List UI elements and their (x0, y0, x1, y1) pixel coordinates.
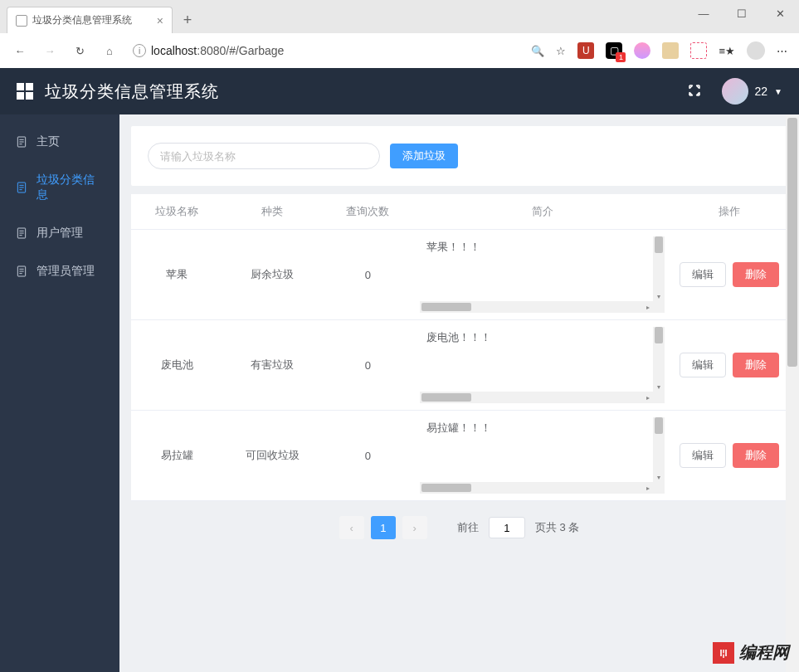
browser-tab[interactable]: 垃圾分类信息管理系统 × (7, 7, 173, 33)
goto-label: 前往 (457, 520, 479, 535)
document-icon (15, 265, 28, 278)
sidebar-item-admins[interactable]: 管理员管理 (0, 252, 119, 290)
document-icon (15, 135, 28, 149)
toolbar: 添加垃圾 (131, 126, 787, 186)
fullscreen-icon[interactable] (687, 83, 702, 100)
cell-desc: 苹果！！！▴▾◂▸ (413, 230, 670, 320)
cell-name: 易拉罐 (131, 411, 222, 501)
extension-ublock-icon[interactable]: U (577, 42, 594, 59)
cell-name: 废电池 (131, 320, 222, 411)
tab-title: 垃圾分类信息管理系统 (32, 13, 132, 27)
app-logo-icon[interactable] (17, 83, 33, 100)
new-tab-button[interactable]: + (176, 8, 199, 32)
url-box[interactable]: i localhost:8080/#/Garbage (128, 44, 524, 57)
edit-button[interactable]: 编辑 (680, 262, 726, 287)
cell-name: 苹果 (131, 230, 222, 320)
col-name: 垃圾名称 (131, 194, 222, 230)
cell-desc: 易拉罐！！！▴▾◂▸ (413, 411, 670, 501)
site-info-icon[interactable]: i (133, 44, 146, 57)
favorites-list-icon[interactable]: ≡★ (719, 45, 735, 57)
document-icon (15, 226, 28, 240)
desc-hscroll[interactable]: ◂▸ (420, 482, 652, 494)
extension-note-icon[interactable] (662, 42, 679, 59)
main-scrollbar[interactable] (786, 114, 799, 672)
extension-ghost-icon[interactable] (690, 42, 707, 59)
app-header: 垃圾分类信息管理系统 22 ▼ (0, 68, 799, 114)
sidebar-item-garbage[interactable]: 垃圾分类信息 (0, 161, 119, 214)
cell-category: 可回收垃圾 (222, 411, 322, 501)
data-table: 垃圾名称 种类 查询次数 简介 操作 苹果厨余垃圾0苹果！！！▴▾◂▸编辑删除废… (131, 194, 787, 501)
cell-ops: 编辑删除 (671, 411, 787, 501)
col-ops: 操作 (671, 194, 787, 230)
close-window-button[interactable]: ✕ (761, 0, 799, 27)
table-row: 易拉罐可回收垃圾0易拉罐！！！▴▾◂▸编辑删除 (131, 411, 787, 501)
profile-icon[interactable] (747, 41, 765, 60)
search-input[interactable] (148, 143, 380, 169)
delete-button[interactable]: 删除 (733, 353, 779, 377)
desc-vscroll[interactable]: ▴▾ (653, 236, 665, 301)
close-tab-icon[interactable]: × (157, 14, 163, 27)
forward-button[interactable]: → (38, 39, 61, 62)
cell-ops: 编辑删除 (671, 230, 787, 320)
edit-button[interactable]: 编辑 (680, 443, 726, 468)
window-controls: — ☐ ✕ (685, 0, 799, 27)
table-row: 废电池有害垃圾0废电池！！！▴▾◂▸编辑删除 (131, 320, 787, 411)
desc-hscroll[interactable]: ◂▸ (420, 301, 652, 313)
search-in-page-icon[interactable]: 🔍 (531, 45, 544, 57)
col-desc: 简介 (413, 194, 670, 230)
add-button[interactable]: 添加垃圾 (390, 144, 458, 168)
table-row: 苹果厨余垃圾0苹果！！！▴▾◂▸编辑删除 (131, 230, 787, 320)
desc-vscroll[interactable]: ▴▾ (653, 417, 665, 482)
pagination: ‹ 1 › 前往 页共 3 条 (131, 501, 787, 548)
watermark: I¦I 编程网 (713, 641, 789, 664)
chevron-down-icon: ▼ (774, 87, 782, 96)
edit-button[interactable]: 编辑 (680, 353, 726, 377)
cell-category: 厨余垃圾 (222, 230, 322, 320)
col-category: 种类 (222, 194, 322, 230)
col-count: 查询次数 (322, 194, 413, 230)
back-button[interactable]: ← (8, 39, 32, 62)
next-page-button[interactable]: › (402, 516, 427, 539)
desc-vscroll[interactable]: ▴▾ (653, 327, 665, 392)
browser-chrome: 垃圾分类信息管理系统 × + — ☐ ✕ ← → ↻ ⌂ i localhost… (0, 0, 799, 68)
minimize-button[interactable]: — (685, 0, 723, 27)
cell-ops: 编辑删除 (671, 320, 787, 411)
cell-count: 0 (322, 411, 413, 501)
extension-face-icon[interactable] (634, 42, 650, 59)
sidebar-item-users[interactable]: 用户管理 (0, 214, 119, 252)
favorite-icon[interactable]: ☆ (556, 45, 566, 57)
document-icon (15, 181, 28, 194)
main-content: 添加垃圾 垃圾名称 种类 查询次数 简介 操作 苹果厨余垃圾0苹果！！！▴▾◂▸… (119, 114, 799, 672)
prev-page-button[interactable]: ‹ (339, 516, 364, 539)
table-header-row: 垃圾名称 种类 查询次数 简介 操作 (131, 194, 787, 230)
home-button[interactable]: ⌂ (98, 39, 121, 62)
more-menu-icon[interactable]: ⋯ (777, 45, 787, 57)
watermark-text: 编程网 (739, 641, 789, 664)
user-menu[interactable]: 22 ▼ (722, 78, 782, 105)
url-path: :8080/#/Garbage (197, 44, 284, 57)
cell-count: 0 (322, 320, 413, 411)
page-icon (16, 15, 27, 27)
desc-hscroll[interactable]: ◂▸ (420, 392, 652, 403)
tab-bar: 垃圾分类信息管理系统 × + — ☐ ✕ (0, 0, 799, 33)
watermark-logo-icon: I¦I (713, 642, 734, 664)
total-label: 页共 3 条 (535, 520, 579, 535)
sidebar-item-home[interactable]: 主页 (0, 123, 119, 161)
sidebar-item-label: 用户管理 (37, 226, 83, 241)
sidebar-item-label: 主页 (37, 134, 60, 149)
page-number-button[interactable]: 1 (371, 516, 396, 539)
app-title: 垃圾分类信息管理系统 (45, 80, 219, 103)
maximize-button[interactable]: ☐ (723, 0, 761, 27)
refresh-button[interactable]: ↻ (68, 39, 91, 62)
cell-count: 0 (322, 230, 413, 320)
cell-desc: 废电池！！！▴▾◂▸ (413, 320, 670, 411)
toolbar-right: 🔍 ☆ U ▢ ≡★ ⋯ (531, 41, 791, 60)
delete-button[interactable]: 删除 (733, 262, 779, 287)
sidebar-item-label: 管理员管理 (37, 264, 95, 279)
avatar (722, 78, 748, 105)
cell-category: 有害垃圾 (222, 320, 322, 411)
extension-notif-icon[interactable]: ▢ (606, 42, 622, 59)
user-name: 22 (755, 85, 768, 98)
delete-button[interactable]: 删除 (733, 443, 779, 468)
goto-page-input[interactable] (489, 517, 525, 538)
